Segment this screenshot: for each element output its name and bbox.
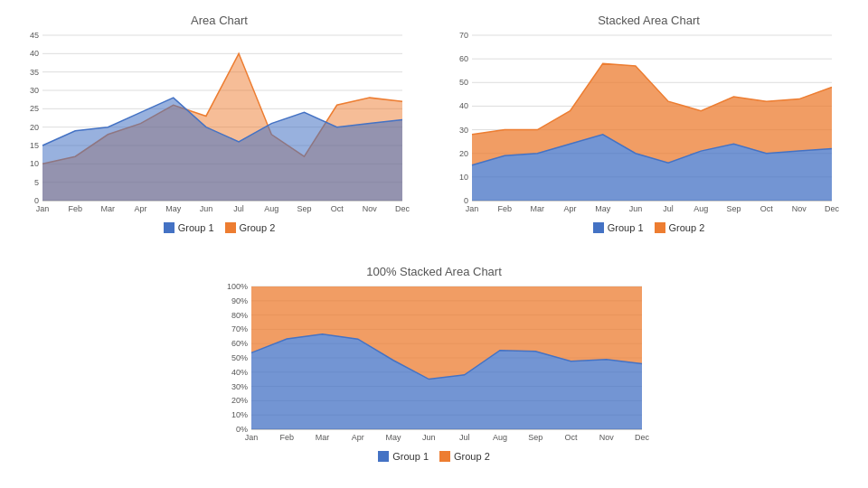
svg-text:Oct: Oct — [760, 204, 774, 213]
stacked100-legend-group1-color — [378, 451, 389, 462]
svg-text:Apr: Apr — [352, 433, 364, 442]
svg-text:50: 50 — [459, 78, 468, 87]
page: Area Chart 051015202530354045JanFebMarAp… — [0, 0, 868, 488]
stacked100-legend-group2-label: Group 2 — [454, 451, 490, 462]
area-legend-group1: Group 1 — [164, 222, 214, 233]
svg-text:25: 25 — [30, 104, 39, 113]
stacked100-legend-group2: Group 2 — [439, 451, 490, 462]
svg-text:Jan: Jan — [245, 433, 259, 442]
svg-text:90%: 90% — [231, 296, 248, 305]
svg-text:Aug: Aug — [693, 204, 708, 213]
svg-text:60%: 60% — [231, 339, 248, 348]
svg-text:40%: 40% — [231, 368, 248, 377]
stacked-legend-group1-label: Group 1 — [608, 222, 644, 233]
svg-text:Jan: Jan — [36, 204, 50, 213]
svg-text:10: 10 — [459, 173, 468, 182]
svg-text:Jun: Jun — [629, 204, 643, 213]
svg-text:10: 10 — [30, 159, 39, 168]
svg-text:Jan: Jan — [466, 204, 479, 213]
stacked-legend-group2: Group 2 — [655, 222, 705, 233]
svg-text:May: May — [165, 204, 182, 213]
svg-text:20: 20 — [459, 149, 468, 158]
svg-text:Feb: Feb — [280, 433, 295, 442]
svg-text:Jul: Jul — [663, 204, 674, 213]
svg-text:Mar: Mar — [316, 433, 330, 442]
svg-text:Dec: Dec — [395, 204, 410, 213]
stacked-legend-group2-color — [655, 222, 665, 233]
stacked-chart-svg: 010203040506070JanFebMarAprMayJunJulAugS… — [443, 31, 841, 221]
svg-text:10%: 10% — [231, 410, 248, 419]
svg-text:30: 30 — [30, 86, 39, 95]
svg-text:May: May — [386, 433, 402, 442]
svg-text:30: 30 — [459, 126, 468, 135]
svg-text:20%: 20% — [231, 396, 248, 405]
area-legend-group1-color — [164, 222, 175, 233]
svg-text:30%: 30% — [231, 382, 248, 391]
svg-text:40: 40 — [459, 101, 468, 110]
area-chart-legend: Group 1 Group 2 — [14, 222, 425, 233]
svg-text:Oct: Oct — [331, 204, 344, 213]
svg-text:Dec: Dec — [635, 433, 650, 442]
area-legend-group2-color — [225, 222, 236, 233]
svg-text:Aug: Aug — [264, 204, 278, 213]
stacked-legend-group1: Group 1 — [593, 222, 644, 233]
stacked-legend-group1-color — [593, 222, 604, 233]
stacked100-chart-svg: 0%10%20%30%40%50%60%70%80%90%100%JanFebM… — [217, 282, 651, 449]
stacked-chart-title: Stacked Area Chart — [443, 14, 854, 27]
area-legend-group2-label: Group 2 — [240, 222, 276, 233]
stacked100-chart-wrap: 0%10%20%30%40%50%60%70%80%90%100%JanFebM… — [217, 282, 651, 449]
svg-text:5: 5 — [34, 178, 39, 187]
svg-text:Feb: Feb — [497, 204, 512, 213]
svg-text:Mar: Mar — [531, 204, 545, 213]
stacked100-chart-title: 100% Stacked Area Chart — [366, 265, 502, 278]
area-chart-container: Area Chart 051015202530354045JanFebMarAp… — [5, 9, 434, 260]
svg-text:Mar: Mar — [101, 204, 116, 213]
svg-text:Dec: Dec — [825, 204, 840, 213]
stacked100-chart-legend: Group 1 Group 2 — [378, 451, 490, 462]
stacked100-legend-group1-label: Group 1 — [392, 451, 429, 462]
area-legend-group1-label: Group 1 — [178, 222, 214, 233]
svg-text:Jun: Jun — [422, 433, 436, 442]
svg-marker-64 — [472, 63, 832, 164]
svg-text:50%: 50% — [231, 353, 248, 362]
svg-text:45: 45 — [30, 31, 39, 40]
stacked100-legend-group1: Group 1 — [378, 451, 429, 462]
svg-text:Nov: Nov — [792, 204, 807, 213]
svg-text:Nov: Nov — [599, 433, 615, 442]
stacked-chart-legend: Group 1 Group 2 — [443, 222, 854, 233]
stacked100-legend-group2-color — [439, 451, 450, 462]
svg-text:Jul: Jul — [459, 433, 470, 442]
stacked-chart-wrap: 010203040506070JanFebMarAprMayJunJulAugS… — [443, 31, 854, 221]
svg-text:35: 35 — [30, 68, 39, 77]
svg-text:Sep: Sep — [297, 204, 311, 213]
svg-text:Jul: Jul — [233, 204, 244, 213]
stacked-chart-container: Stacked Area Chart 010203040506070JanFeb… — [434, 9, 863, 260]
svg-text:Aug: Aug — [493, 433, 507, 442]
svg-text:Nov: Nov — [363, 204, 378, 213]
svg-text:Jun: Jun — [200, 204, 213, 213]
svg-text:15: 15 — [30, 141, 39, 150]
svg-text:May: May — [595, 204, 611, 213]
svg-text:40: 40 — [30, 49, 39, 58]
svg-text:80%: 80% — [231, 311, 248, 320]
svg-text:70: 70 — [459, 31, 468, 40]
svg-text:Apr: Apr — [135, 204, 147, 213]
area-legend-group2: Group 2 — [225, 222, 276, 233]
stacked-legend-group2-label: Group 2 — [669, 222, 705, 233]
svg-text:Apr: Apr — [564, 204, 577, 213]
svg-text:60: 60 — [459, 54, 468, 63]
area-chart-title: Area Chart — [14, 14, 425, 27]
svg-text:Sep: Sep — [528, 433, 542, 442]
stacked100-chart-container: 100% Stacked Area Chart 0%10%20%30%40%50… — [5, 260, 863, 488]
svg-text:Feb: Feb — [68, 204, 82, 213]
area-chart-svg: 051015202530354045JanFebMarAprMayJunJulA… — [14, 31, 411, 221]
svg-text:20: 20 — [30, 123, 39, 132]
svg-text:Oct: Oct — [564, 433, 578, 442]
svg-text:70%: 70% — [231, 324, 248, 333]
svg-text:100%: 100% — [227, 282, 248, 291]
svg-text:Sep: Sep — [726, 204, 741, 213]
area-chart-wrap: 051015202530354045JanFebMarAprMayJunJulA… — [14, 31, 425, 221]
